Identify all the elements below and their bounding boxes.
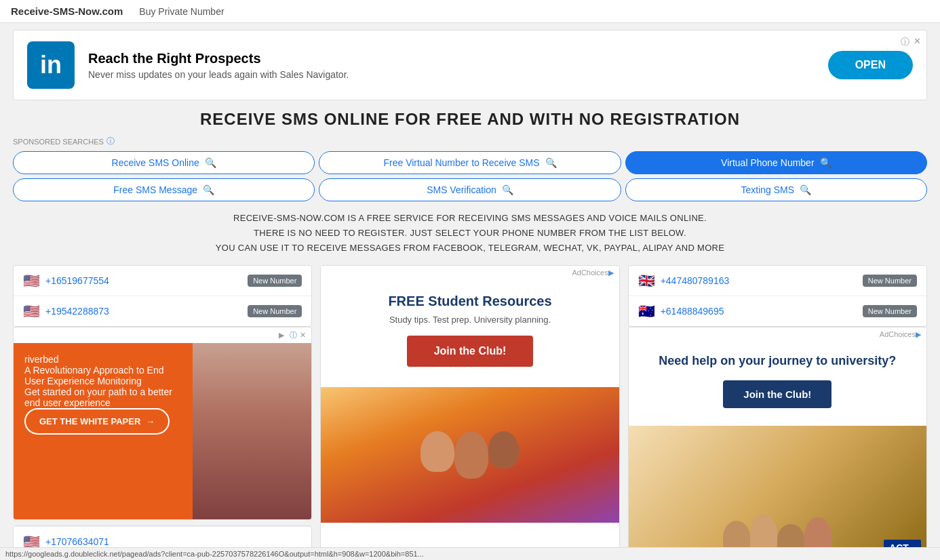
number-item-1: 🇺🇸 +16519677554 New Number: [14, 266, 311, 296]
flag-uk: 🇬🇧: [638, 273, 655, 289]
main-content: ⓘ ✕ in Reach the Right Prospects Never m…: [2, 23, 938, 560]
search-icon-3: 🔍: [820, 157, 831, 168]
middle-ad-choices-bar: AdChoices ▶: [321, 266, 619, 280]
middle-ad-title: FREE Student Resources: [332, 294, 608, 309]
right-ad-choices-icon: ▶: [916, 330, 921, 339]
right-ad-title: Need help on your journey to university?: [640, 353, 916, 369]
new-badge-au: New Number: [863, 305, 917, 317]
sponsored-info-icon[interactable]: ⓘ: [106, 136, 115, 147]
top-navigation: Receive-SMS-Now.com Buy Private Number: [0, 0, 940, 23]
linkedin-logo: in: [27, 41, 75, 89]
riverbed-ad-wrapper: riverbed A Revolutionary Approach to End…: [14, 343, 311, 519]
right-ad-block: AdChoices ▶ Need help on your journey to…: [628, 327, 927, 560]
buy-private-number-link[interactable]: Buy Private Number: [139, 6, 224, 17]
search-btn-6[interactable]: Texting SMS 🔍: [625, 178, 927, 201]
new-badge-uk: New Number: [863, 275, 917, 287]
search-icon-1: 🔍: [205, 157, 216, 168]
ad-close-icon[interactable]: ✕: [914, 36, 921, 48]
sponsored-label: SPONSORED SEARCHES ⓘ: [13, 136, 927, 147]
new-badge-2: New Number: [248, 305, 302, 317]
middle-column: AdChoices ▶ FREE Student Resources Study…: [320, 265, 619, 560]
whitepaper-button[interactable]: GET THE WHITE PAPER →: [24, 408, 170, 435]
number-item-2: 🇺🇸 +19542288873 New Number: [14, 296, 311, 326]
search-btn-1[interactable]: Receive SMS Online 🔍: [13, 151, 315, 174]
columns-layout: 🇺🇸 +16519677554 New Number 🇺🇸 +195422888…: [13, 265, 927, 560]
phone-number-1[interactable]: +16519677554: [45, 275, 109, 286]
description-text: RECEIVE-SMS-NOW.COM IS A FREE SERVICE FO…: [13, 211, 927, 256]
join-club-button-right[interactable]: Join the Club!: [723, 380, 831, 408]
middle-ad-inner: FREE Student Resources Study tips. Test …: [321, 280, 619, 387]
ad-info-icons: ⓘ ✕: [901, 36, 921, 48]
middle-ad-choices-label: AdChoices: [572, 268, 608, 277]
middle-ad-subtitle: Study tips. Test prep. University planni…: [332, 315, 608, 325]
ad-headline: Reach the Right Prospects: [88, 51, 815, 66]
riverbed-description: Get started on your path to a better end…: [24, 386, 182, 408]
left-close-icon[interactable]: ✕: [300, 331, 306, 340]
search-btn-4[interactable]: Free SMS Message 🔍: [13, 178, 315, 201]
right-column: 🇬🇧 +447480789163 New Number 🇦🇺 +61488849…: [628, 265, 927, 560]
arrow-icon: →: [146, 416, 155, 426]
riverbed-brand: riverbed: [24, 354, 182, 365]
search-icon-4: 🔍: [203, 184, 214, 195]
number-item-au: 🇦🇺 +61488849695 New Number: [629, 296, 926, 326]
ad-info-icon[interactable]: ⓘ: [901, 36, 909, 48]
sponsored-searches-section: SPONSORED SEARCHES ⓘ Receive SMS Online …: [13, 136, 927, 201]
ad-banner: ⓘ ✕ in Reach the Right Prospects Never m…: [13, 30, 927, 100]
right-ad-choices-label: AdChoices: [880, 330, 916, 339]
phone-number-bottom[interactable]: +17076634071: [45, 536, 109, 547]
left-column: 🇺🇸 +16519677554 New Number 🇺🇸 +195422888…: [13, 265, 312, 560]
page-heading: RECEIVE SMS ONLINE FOR FREE AND WITH NO …: [13, 110, 927, 129]
search-icon-2: 🔍: [545, 157, 557, 168]
search-icon-6: 🔍: [800, 184, 811, 195]
status-bar: https://googleads.g.doubleclick.net/page…: [0, 547, 940, 560]
left-ad-choices-bar: ▶ ⓘ ✕: [14, 327, 311, 343]
join-club-button-middle[interactable]: Join the Club!: [407, 336, 534, 367]
phone-number-uk[interactable]: +447480789163: [661, 275, 730, 286]
left-info-icon[interactable]: ⓘ: [290, 330, 297, 340]
search-btn-2[interactable]: Free Virtual Number to Receive SMS 🔍: [319, 151, 621, 174]
ad-open-button[interactable]: OPEN: [828, 51, 913, 79]
search-btn-3[interactable]: Virtual Phone Number 🔍: [625, 151, 927, 174]
phone-number-au[interactable]: +61488849695: [661, 306, 724, 317]
left-ad-choices-icon: ▶: [279, 331, 284, 340]
riverbed-tagline: A Revolutionary Approach to End User Exp…: [24, 365, 182, 386]
phone-number-2[interactable]: +19542288873: [45, 306, 109, 317]
number-item-uk: 🇬🇧 +447480789163 New Number: [629, 266, 926, 296]
right-ad-choices-bar: AdChoices ▶: [629, 327, 926, 342]
search-btn-5[interactable]: SMS Verification 🔍: [319, 178, 621, 201]
ad-text-block: Reach the Right Prospects Never miss upd…: [88, 51, 815, 80]
right-number-list: 🇬🇧 +447480789163 New Number 🇦🇺 +61488849…: [628, 265, 927, 327]
search-icon-5: 🔍: [502, 184, 513, 195]
new-badge-1: New Number: [248, 275, 302, 287]
middle-ad-choices-icon: ▶: [608, 268, 614, 277]
students-graphic-middle: [321, 387, 619, 523]
flag-us-2: 🇺🇸: [23, 303, 40, 319]
right-ad-image: ACT...: [629, 426, 926, 560]
left-ad-block: ▶ ⓘ ✕ riverbed A Revolutionary Approach …: [13, 327, 312, 520]
right-ad-inner: Need help on your journey to university?…: [629, 342, 926, 426]
flag-au: 🇦🇺: [638, 303, 655, 319]
left-number-list: 🇺🇸 +16519677554 New Number 🇺🇸 +195422888…: [13, 265, 312, 327]
site-name: Receive-SMS-Now.com: [11, 5, 123, 17]
search-buttons-grid: Receive SMS Online 🔍 Free Virtual Number…: [13, 151, 927, 201]
riverbed-text-side: riverbed A Revolutionary Approach to End…: [14, 343, 193, 519]
flag-us-1: 🇺🇸: [23, 273, 40, 289]
riverbed-image-side: [193, 343, 312, 519]
ad-subtext: Never miss updates on your leads again w…: [88, 69, 815, 80]
